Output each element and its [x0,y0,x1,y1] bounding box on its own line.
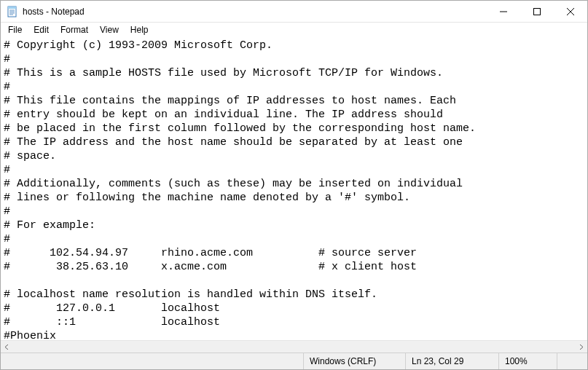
status-encoding [557,353,587,369]
status-cursor-position: Ln 23, Col 29 [405,353,498,369]
text-editor[interactable]: # Copyright (c) 1993-2009 Microsoft Corp… [1,37,587,340]
status-spacer [1,353,303,369]
window-controls [487,1,587,22]
menu-help[interactable]: Help [125,24,154,36]
maximize-button[interactable] [520,1,554,22]
menu-file[interactable]: File [2,24,28,36]
menu-format[interactable]: Format [55,24,94,36]
scrollbar-track[interactable] [13,341,575,353]
status-zoom: 100% [498,353,557,369]
menubar: File Edit Format View Help [1,23,587,37]
scroll-right-arrow-icon[interactable] [575,341,587,353]
notepad-app-icon [7,6,18,17]
svg-rect-7 [534,8,541,15]
minimize-button[interactable] [487,1,520,22]
menu-view[interactable]: View [94,24,125,36]
close-button[interactable] [554,1,587,22]
horizontal-scrollbar[interactable] [1,340,587,353]
titlebar: hosts - Notepad [1,1,587,23]
statusbar: Windows (CRLF) Ln 23, Col 29 100% [1,353,587,369]
window-title: hosts - Notepad [23,7,487,17]
scroll-left-arrow-icon[interactable] [1,341,13,353]
svg-rect-1 [8,7,16,9]
editor-area: # Copyright (c) 1993-2009 Microsoft Corp… [1,37,587,353]
menu-edit[interactable]: Edit [28,24,55,36]
status-line-ending: Windows (CRLF) [303,353,405,369]
